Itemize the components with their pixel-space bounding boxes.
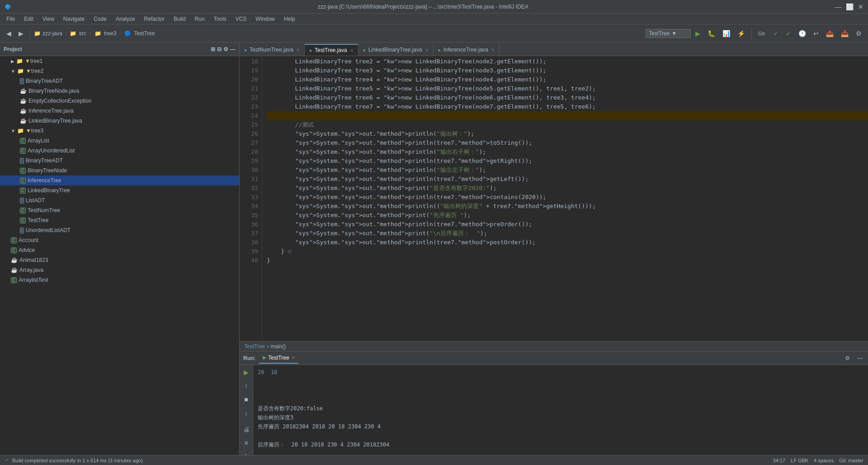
encoding-info[interactable]: LF GBK — [791, 458, 808, 463]
git-icon: Git: — [755, 29, 769, 38]
run-down-button[interactable]: ↓ — [243, 408, 250, 418]
titlebar-title: zzz-java [C:\Users\666\IdeaProjects\zzz-… — [318, 4, 528, 10]
sidebar-item-BinaryTreeNode.java[interactable]: ☕BinaryTreeNode.java — [0, 86, 239, 96]
sidebar-item-LinkedBinaryTree.java[interactable]: ☕LinkedBinaryTree.java — [0, 116, 239, 126]
sidebar-item-EmptyCollectionException[interactable]: ☕EmptyCollectionException — [0, 96, 239, 106]
git-check2-icon[interactable]: ✓ — [783, 28, 794, 39]
sidebar-item-TestTree[interactable]: CTestTree — [0, 215, 239, 225]
sidebar-close-icon[interactable]: — — [230, 46, 236, 52]
menu-item-navigate[interactable]: Navigate — [60, 15, 88, 23]
sidebar-item-label: BinaryTreeADT — [26, 78, 63, 84]
run-config-label: TestTree — [649, 30, 670, 37]
sidebar-item-Array.java[interactable]: ☕Array.java — [0, 265, 239, 275]
git-rollback-icon[interactable]: ↩ — [811, 28, 821, 39]
menu-item-run[interactable]: Run — [191, 15, 208, 23]
run-button[interactable]: ▶ — [693, 28, 703, 39]
run-scroll-icon[interactable]: ⤵ — [243, 451, 250, 455]
indent-info[interactable]: 4 spaces — [814, 458, 834, 463]
sidebar-item-Account[interactable]: CAccount — [0, 235, 239, 245]
tab-close-icon[interactable]: ✕ — [350, 48, 354, 53]
editor-tab-TestNumTree[interactable]: ●TestNumTree.java✕ — [240, 44, 305, 56]
git-check-icon[interactable]: ✓ — [770, 28, 781, 39]
breadcrumb-sep1: › — [65, 30, 67, 37]
editor-tab-InferenceTree[interactable]: ●InferenceTree.java✕ — [434, 44, 500, 56]
sidebar-settings-icon[interactable]: ⚙ — [223, 46, 228, 52]
run-stop-button[interactable]: ■ — [242, 394, 250, 405]
run-play-button[interactable]: ▶ — [242, 367, 250, 378]
sidebar-expand-icon[interactable]: ⊞ — [211, 46, 215, 52]
tab-close-icon[interactable]: ✕ — [491, 47, 495, 52]
fold-icon[interactable]: ⊟ — [284, 248, 292, 255]
sidebar-item-Animal1823[interactable]: ☕Animal1823 — [0, 255, 239, 265]
tab-close-icon[interactable]: ✕ — [425, 47, 429, 52]
sidebar-collapse-icon[interactable]: ⊟ — [217, 46, 222, 52]
sidebar-item-InferenceTree[interactable]: CInferenceTree — [0, 176, 239, 185]
statusbar-right: 34:17 LF GBK 4 spaces Git: master — [773, 458, 863, 463]
sidebar-item-tree3[interactable]: ▼📁▼tree3 — [0, 126, 239, 136]
code-line-37: "sys">System."sys">out."method">print("\… — [267, 229, 868, 238]
menu-item-build[interactable]: Build — [170, 15, 189, 23]
menu-item-file[interactable]: File — [3, 15, 19, 23]
close-button[interactable]: ✕ — [858, 3, 863, 10]
sidebar-item-ListADT[interactable]: IListADT — [0, 195, 239, 205]
code-content[interactable]: LinkedBinaryTree tree2 = "kw">new Linked… — [262, 56, 868, 341]
editor-tab-TestTree[interactable]: ●TestTree.java✕ — [305, 44, 359, 56]
toolbar-forward-icon[interactable]: ▶ — [16, 28, 26, 39]
menu-item-window[interactable]: Window — [252, 15, 278, 23]
sidebar-item-tree2[interactable]: ▼📁▼tree2 — [0, 66, 239, 76]
run-tab-testtree[interactable]: ▶ TestTree ✕ — [259, 353, 298, 364]
run-close-icon[interactable]: — — [855, 353, 864, 363]
sidebar-item-label: LinkedBinaryTree — [28, 187, 70, 194]
sidebar-item-InferenceTree.java[interactable]: ☕InferenceTree.java — [0, 106, 239, 116]
minimize-button[interactable]: — — [835, 3, 841, 10]
sidebar-item-BinaryTreeADT[interactable]: IBinaryTreeADT — [0, 76, 239, 86]
sidebar-item-ArrayUnorderedList[interactable]: CArrayUnorderedList — [0, 146, 239, 156]
debug-button[interactable]: 🐛 — [705, 28, 718, 39]
sidebar-item-ArrayList[interactable]: CArrayList — [0, 136, 239, 146]
folder-icon: ▼ — [25, 58, 30, 64]
git-push-icon[interactable]: 📤 — [823, 28, 836, 39]
run-settings-icon[interactable]: ⚙ — [843, 353, 852, 363]
git-branch-info[interactable]: Git: master — [839, 458, 863, 463]
breadcrumb-sep2: › — [89, 30, 91, 37]
run-filter-icon[interactable]: ≡ — [242, 437, 250, 448]
editor-tab-LinkedBinaryTree[interactable]: ●LinkedBinaryTree.java✕ — [359, 44, 434, 56]
code-line-36: "sys">System."sys">out."method">println(… — [267, 220, 868, 229]
settings-icon[interactable]: ⚙ — [853, 28, 864, 39]
git-history-icon[interactable]: 🕐 — [796, 28, 809, 39]
editor-tabs: ●TestNumTree.java✕●TestTree.java✕●Linked… — [240, 43, 868, 56]
menu-item-code[interactable]: Code — [90, 15, 110, 23]
editor-area: ●TestNumTree.java✕●TestTree.java✕●Linked… — [240, 43, 868, 351]
run-print-icon[interactable]: 🖨 — [241, 424, 251, 435]
menu-item-help[interactable]: Help — [280, 15, 299, 23]
caret-position[interactable]: 34:17 — [773, 458, 786, 463]
menu-item-refactor[interactable]: Refactor — [141, 15, 168, 23]
sidebar-item-BinaryTreeNode2[interactable]: CBinaryTreeNode — [0, 166, 239, 176]
sidebar-content: ▶📁▼tree1▼📁▼tree2IBinaryTreeADT☕BinaryTre… — [0, 56, 239, 455]
toolbar-back-icon[interactable]: ◀ — [4, 28, 14, 39]
run-up-button[interactable]: ↑ — [243, 380, 250, 391]
run-tab-close[interactable]: ✕ — [291, 355, 295, 360]
coverage-button[interactable]: 📊 — [720, 28, 733, 39]
sidebar-item-BinaryTreeADT2[interactable]: IBinaryTreeADT — [0, 156, 239, 166]
sidebar-item-label: Advice — [19, 247, 35, 253]
sidebar-item-Advice[interactable]: CAdvice — [0, 245, 239, 255]
run-config-combo[interactable]: TestTree ▼ — [646, 29, 691, 38]
tab-close-icon[interactable]: ✕ — [296, 47, 300, 52]
sidebar-item-UnorderedListADT[interactable]: IUnorderedListADT — [0, 225, 239, 235]
menu-item-view[interactable]: View — [39, 15, 58, 23]
menu-item-edit[interactable]: Edit — [20, 15, 37, 23]
sidebar-item-tree1[interactable]: ▶📁▼tree1 — [0, 56, 239, 66]
maximize-button[interactable]: ⬜ — [846, 3, 854, 10]
menu-item-vcs[interactable]: VCS — [232, 15, 250, 23]
git-fetch-icon[interactable]: 📥 — [838, 28, 851, 39]
profiler-button[interactable]: ⚡ — [735, 28, 748, 39]
sidebar-item-LinkedBinaryTree[interactable]: CLinkedBinaryTree — [0, 185, 239, 195]
sidebar-item-TestNumTree[interactable]: CTestNumTree — [0, 205, 239, 215]
menu-item-analyze[interactable]: Analyze — [112, 15, 139, 23]
menu-item-tools[interactable]: Tools — [210, 15, 230, 23]
arrow-down-icon: ▼ — [11, 69, 15, 74]
sidebar-item-ArraylistTest[interactable]: CArraylistTest — [0, 275, 239, 285]
toolbar-class: TestTree — [134, 30, 155, 37]
tab-type-icon: ● — [309, 48, 312, 53]
